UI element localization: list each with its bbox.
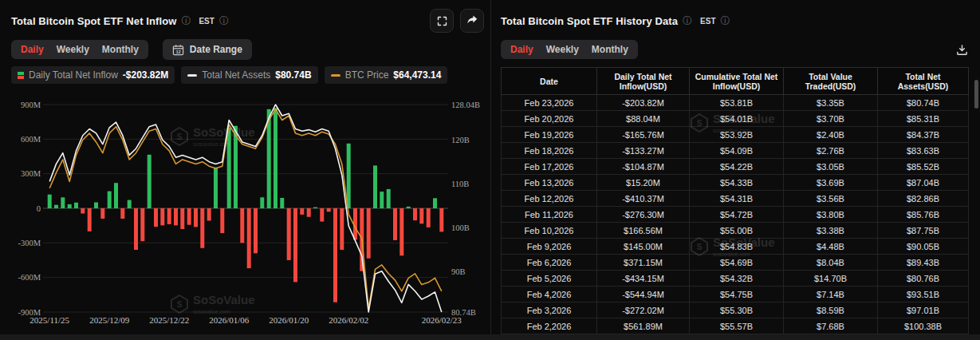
value-cell: $54.09B bbox=[690, 143, 784, 159]
svg-text:110B: 110B bbox=[451, 180, 469, 188]
share-button[interactable] bbox=[460, 9, 484, 33]
download-button[interactable] bbox=[955, 43, 969, 57]
value-cell: $54.69B bbox=[690, 255, 784, 271]
value-cell: $371.15M bbox=[597, 255, 690, 271]
table-row: Feb 11,2026-$276.30M$54.72B$3.80B$85.76B bbox=[502, 207, 969, 223]
table-row: Feb 9,2026$145.00M$54.83B$4.48B$90.05B bbox=[502, 239, 969, 255]
date-cell: Feb 11,2026 bbox=[502, 207, 597, 223]
tab-weekly[interactable]: Weekly bbox=[57, 44, 89, 55]
value-cell: $90.05B bbox=[878, 239, 969, 255]
table-title: Total Bitcoin Spot ETF History Data bbox=[501, 15, 678, 27]
table-row: Feb 10,2026$166.56M$55.00B$3.38B$87.75B bbox=[502, 223, 969, 239]
value-cell: $54.22B bbox=[690, 159, 784, 175]
table-scrollbar-thumb[interactable] bbox=[974, 80, 978, 109]
value-cell: $8.04B bbox=[784, 255, 878, 271]
value-cell: -$104.87M bbox=[597, 159, 690, 175]
value-cell: $3.80B bbox=[784, 207, 878, 223]
svg-text:120B: 120B bbox=[451, 136, 470, 144]
info-icon[interactable]: ⓘ bbox=[181, 16, 191, 26]
fullscreen-button[interactable] bbox=[430, 9, 454, 33]
table-row: Feb 6,2026$371.15M$54.69B$8.04B$89.43B bbox=[502, 255, 969, 271]
svg-text:-300M: -300M bbox=[18, 239, 41, 247]
svg-text:128.04B: 128.04B bbox=[451, 101, 480, 109]
value-cell: $4.48B bbox=[784, 239, 878, 255]
legend-daily-net-inflow[interactable]: Daily Total Net Inflow -$203.82M bbox=[11, 66, 175, 84]
value-cell: -$410.37M bbox=[597, 191, 690, 207]
legend-value: -$203.82M bbox=[123, 69, 168, 81]
tab-weekly[interactable]: Weekly bbox=[546, 44, 579, 55]
legend-value: $64,473.14 bbox=[393, 69, 441, 81]
svg-text:2026/01/20: 2026/01/20 bbox=[269, 315, 309, 325]
history-table: DateDaily Total Net Inflow(USD)Cumulativ… bbox=[501, 67, 969, 334]
fullscreen-icon bbox=[436, 15, 448, 27]
column-header: Date bbox=[502, 68, 597, 95]
svg-text:12: 12 bbox=[175, 49, 180, 53]
chart-area: 900M600M300M0-300M-600M-900M128.04B120B1… bbox=[11, 87, 484, 330]
value-cell: $166.56M bbox=[597, 223, 690, 239]
value-cell: -$165.76M bbox=[597, 127, 690, 143]
value-cell: -$434.15M bbox=[597, 271, 690, 287]
value-cell: $54.83B bbox=[690, 239, 784, 255]
value-cell: $89.43B bbox=[878, 255, 969, 271]
timezone-info-icon[interactable]: ⓘ bbox=[721, 16, 730, 26]
value-cell: $2.76B bbox=[784, 143, 878, 159]
value-cell: $54.72B bbox=[690, 207, 784, 223]
date-range-button[interactable]: 12 Date Range bbox=[163, 39, 252, 60]
date-cell: Feb 12,2026 bbox=[502, 191, 597, 207]
table-row: Feb 12,2026-$410.37M$54.31B$3.56B$82.86B bbox=[502, 191, 969, 207]
svg-text:-600M: -600M bbox=[18, 273, 41, 282]
btc-etf-dashboard: Total Bitcoin Spot ETF Net Inflow ⓘ EST … bbox=[0, 0, 980, 334]
legend-total-net-assets[interactable]: Total Net Assets $80.74B bbox=[181, 66, 317, 84]
chart-legend: Daily Total Net Inflow -$203.82M Total N… bbox=[11, 66, 484, 84]
tab-daily[interactable]: Daily bbox=[510, 44, 533, 55]
tab-daily[interactable]: Daily bbox=[21, 44, 44, 55]
date-cell: Feb 4,2026 bbox=[502, 287, 597, 302]
value-cell: $561.89M bbox=[597, 318, 690, 334]
value-cell: $82.86B bbox=[878, 191, 969, 207]
value-cell: $3.69B bbox=[784, 175, 878, 191]
value-cell: $2.40B bbox=[784, 127, 878, 143]
value-cell: $54.01B bbox=[690, 111, 784, 127]
svg-text:100B: 100B bbox=[451, 223, 470, 232]
bottom-scrollbar-track[interactable] bbox=[0, 334, 980, 340]
value-cell: $85.31B bbox=[878, 111, 969, 127]
value-cell: $8.59B bbox=[784, 302, 878, 318]
value-cell: $80.74B bbox=[878, 95, 969, 111]
date-cell: Feb 10,2026 bbox=[502, 223, 597, 239]
timezone-info-icon[interactable]: ⓘ bbox=[219, 16, 229, 26]
date-cell: Feb 9,2026 bbox=[502, 239, 597, 255]
info-icon[interactable]: ⓘ bbox=[683, 16, 692, 26]
table-header-row: DateDaily Total Net Inflow(USD)Cumulativ… bbox=[502, 68, 969, 95]
net-inflow-chart[interactable]: 900M600M300M0-300M-600M-900M128.04B120B1… bbox=[11, 87, 486, 326]
svg-text:2025/12/09: 2025/12/09 bbox=[89, 315, 130, 325]
svg-text:2026/02/02: 2026/02/02 bbox=[329, 315, 368, 325]
value-cell: $54.31B bbox=[690, 191, 784, 207]
svg-text:2026/01/06: 2026/01/06 bbox=[209, 315, 250, 325]
value-cell: $3.35B bbox=[784, 95, 878, 111]
tab-monthly[interactable]: Monthly bbox=[102, 44, 139, 55]
value-cell: $87.04B bbox=[878, 175, 969, 191]
date-cell: Feb 17,2026 bbox=[502, 159, 597, 175]
table-period-tabs: Daily Weekly Monthly bbox=[501, 40, 638, 59]
value-cell: -$544.94M bbox=[597, 287, 690, 302]
value-cell: $85.52B bbox=[878, 159, 969, 175]
value-cell: $88.04M bbox=[597, 111, 690, 127]
value-cell: $53.81B bbox=[690, 95, 784, 111]
legend-btc-price[interactable]: BTC Price $64,473.14 bbox=[325, 66, 448, 84]
value-cell: $84.37B bbox=[878, 127, 969, 143]
value-cell: $54.33B bbox=[690, 175, 784, 191]
date-cell: Feb 23,2026 bbox=[502, 95, 597, 111]
date-cell: Feb 13,2026 bbox=[502, 175, 597, 191]
table-row: Feb 23,2026-$203.82M$53.81B$3.35B$80.74B bbox=[502, 95, 969, 111]
svg-text:600M: 600M bbox=[21, 135, 41, 144]
value-cell: $3.38B bbox=[784, 223, 878, 239]
svg-text:2025/11/25: 2025/11/25 bbox=[30, 315, 69, 325]
date-cell: Feb 2,2026 bbox=[502, 318, 597, 334]
tab-monthly[interactable]: Monthly bbox=[592, 44, 628, 55]
table-row: Feb 5,2026-$434.15M$54.32B$14.70B$80.76B bbox=[502, 271, 969, 287]
date-cell: Feb 18,2026 bbox=[502, 143, 597, 159]
value-cell: $55.57B bbox=[690, 318, 784, 334]
history-data-panel: Total Bitcoin Spot ETF History Data ⓘ ES… bbox=[490, 0, 980, 334]
column-header: Cumulative Total Net Inflow(USD) bbox=[690, 68, 784, 95]
value-cell: $145.00M bbox=[597, 239, 690, 255]
